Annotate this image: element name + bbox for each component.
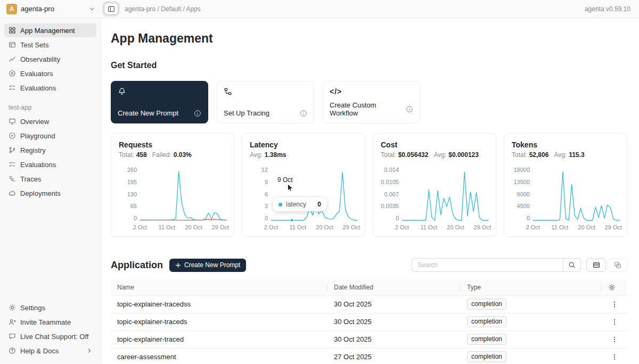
tooltip-series-name: latency: [286, 201, 306, 208]
tokens-chart[interactable]: 18000135009000450002 Oct11 Oct20 Oct29 O…: [512, 167, 619, 230]
sidebar-item-label: Overview: [20, 118, 49, 126]
search-icon: [568, 261, 576, 269]
row-actions-cell: [602, 295, 627, 313]
workspace-selector[interactable]: A agenta-pro: [0, 4, 101, 14]
sidebar-item-test-sets[interactable]: Test Sets: [4, 38, 96, 52]
info-circle-icon[interactable]: [300, 110, 307, 117]
row-actions-button[interactable]: [608, 298, 621, 311]
breadcrumb[interactable]: agenta-pro / Default / Apps: [125, 5, 201, 13]
sidebar-item-label: Evaluators: [20, 70, 53, 78]
application-heading: Application: [111, 260, 163, 271]
stat-value: 115.3: [569, 151, 584, 159]
sidebar-item-label: Deployments: [20, 189, 61, 197]
plot-area: 2 Oct11 Oct20 Oct29 Oct: [140, 167, 226, 230]
stat-subtitle: Total:458 Failed:0.03%: [119, 151, 226, 159]
x-axis-labels: 2 Oct11 Oct20 Oct29 Oct: [140, 221, 226, 230]
create-new-prompt-card[interactable]: Create New Prompt: [111, 81, 208, 123]
sidebar-item-app-evaluations[interactable]: Evaluations: [4, 158, 96, 171]
stat-label: Total:: [119, 151, 134, 159]
app-date-modified: 27 Oct 2025: [327, 348, 461, 363]
sidebar-item-label: Invite Teammate: [20, 318, 71, 326]
app-name[interactable]: topic-explainer-tracedss: [111, 295, 327, 313]
sidebar-toggle-button[interactable]: [104, 3, 118, 15]
sidebar-item-evaluations[interactable]: Evaluations: [4, 81, 96, 95]
table-view-button[interactable]: [586, 258, 606, 272]
type-tag: completion: [467, 334, 506, 345]
cost-chart[interactable]: 0.0140.01050.0070.003502 Oct11 Oct20 Oct…: [381, 167, 488, 230]
requests-chart[interactable]: 2601951306502 Oct11 Oct20 Oct29 Oct: [119, 167, 226, 230]
app-name[interactable]: career-assessment: [111, 348, 327, 363]
y-axis-labels: 1800013500900045000: [512, 167, 530, 221]
sidebar-item-traces[interactable]: Traces: [4, 172, 96, 186]
stat-value: 458: [136, 151, 147, 159]
info-circle-icon[interactable]: [194, 110, 201, 117]
application-header: Application Create New Prompt: [111, 258, 627, 272]
column-settings[interactable]: [602, 279, 627, 295]
stat-subtitle: Total:$0.056432 Avg:$0.000123: [381, 151, 488, 159]
sidebar-item-app-management[interactable]: App Management: [4, 23, 96, 37]
row-actions-button[interactable]: [608, 316, 621, 328]
sidebar-item-registry[interactable]: Registry: [4, 143, 96, 157]
button-label: Create New Prompt: [184, 261, 240, 269]
sidebar-item-evaluators[interactable]: Evaluators: [4, 67, 96, 80]
sidebar-item-invite-teammate[interactable]: Invite Teammate: [4, 315, 96, 329]
row-actions-cell: [602, 348, 627, 363]
workspace-name: agenta-pro: [21, 5, 54, 13]
sidebar-item-label: Evaluations: [20, 84, 56, 92]
monitor-icon: [9, 118, 16, 125]
type-tag: completion: [467, 299, 506, 310]
sidebar-item-help-docs[interactable]: Help & Docs: [4, 344, 96, 358]
app-name[interactable]: topic-explainer-traceds: [111, 313, 327, 330]
series-dot-icon: [278, 203, 282, 206]
card-view-button[interactable]: [608, 258, 627, 272]
page-title: App Management: [111, 31, 627, 46]
stat-subtitle: Avg:1.38ms: [250, 151, 357, 159]
traces-icon: [9, 175, 16, 183]
app-date-modified: 30 Oct 2025: [327, 330, 461, 348]
app-version: agenta v0.59.10: [585, 5, 639, 13]
stat-label: Total:: [512, 151, 527, 159]
sidebar-item-playground[interactable]: Playground: [4, 129, 96, 143]
sidebar-item-observability[interactable]: Observability: [4, 52, 96, 66]
create-custom-workflow-card[interactable]: </> Create Custom Workflow: [323, 81, 420, 123]
panel-left-icon: [108, 5, 115, 13]
sidebar-item-label: Help & Docs: [20, 347, 59, 355]
sidebar: App Management Test Sets Observability E…: [0, 18, 101, 363]
info-circle-icon[interactable]: [406, 105, 413, 113]
stat-subtitle: Total:52,806 Avg:115.3: [512, 151, 619, 159]
sidebar-item-label: Registry: [20, 146, 46, 154]
applications-table: Name Date Modified Type topic-explainer-…: [111, 279, 627, 363]
chart-hover-date: 9 Oct: [277, 176, 293, 184]
set-up-tracing-card[interactable]: Set Up Tracing: [217, 81, 314, 123]
search-button[interactable]: [563, 258, 581, 272]
create-new-prompt-button[interactable]: Create New Prompt: [169, 259, 246, 272]
card-label: Set Up Tracing: [224, 109, 269, 117]
table-view-icon: [593, 261, 600, 269]
gear-icon: [9, 304, 16, 311]
app-type-cell: completion: [461, 348, 602, 363]
app-name[interactable]: topic-explainer-traced: [111, 330, 327, 348]
get-started-cards: Create New Prompt Set Up Tracing: [111, 81, 627, 123]
sidebar-item-label: Observability: [20, 55, 60, 63]
x-axis-labels: 2 Oct11 Oct20 Oct29 Oct: [533, 221, 619, 230]
requests-stat-card: Requests Total:458 Failed:0.03% 26019513…: [111, 133, 234, 237]
sidebar-item-deployments[interactable]: Deployments: [4, 186, 96, 200]
user-add-icon: [9, 318, 16, 326]
sidebar-item-label: Traces: [20, 175, 41, 183]
mouse-cursor-icon: [287, 184, 294, 192]
row-actions-button[interactable]: [608, 333, 621, 346]
topbar: A agenta-pro agenta-pro / Default / Apps…: [0, 0, 639, 18]
stats-row: Requests Total:458 Failed:0.03% 26019513…: [111, 133, 627, 237]
table-row[interactable]: topic-explainer-tracedss 30 Oct 2025 com…: [111, 295, 627, 313]
search-input[interactable]: [412, 258, 563, 272]
sidebar-item-live-chat-support[interactable]: Live Chat Support: Off: [4, 329, 96, 343]
trend-icon: [9, 55, 16, 63]
tokens-stat-card: Tokens Total:52,806 Avg:115.3 1800013500…: [504, 133, 627, 237]
table-row[interactable]: topic-explainer-traceds 30 Oct 2025 comp…: [111, 313, 627, 330]
table-row[interactable]: topic-explainer-traced 30 Oct 2025 compl…: [111, 330, 627, 348]
table-row[interactable]: career-assessment 27 Oct 2025 completion: [111, 348, 627, 363]
cloud-icon: [9, 189, 16, 197]
sidebar-item-settings[interactable]: Settings: [4, 301, 96, 315]
sidebar-item-overview[interactable]: Overview: [4, 114, 96, 128]
row-actions-button[interactable]: [608, 351, 621, 363]
